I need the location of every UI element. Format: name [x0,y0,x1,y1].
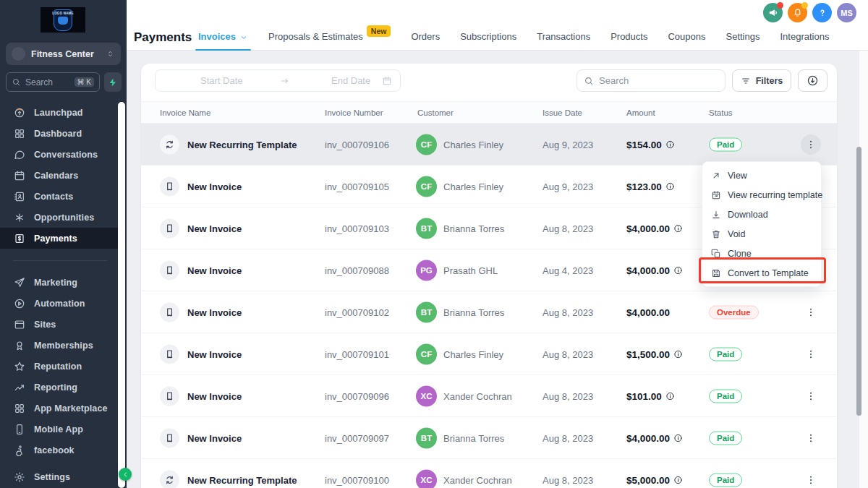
row-actions-button[interactable] [801,302,821,322]
payments-tabs: InvoicesProposals & EstimatesNewOrdersSu… [198,22,829,51]
page-title: Payments [134,30,192,45]
customer-name: Xander Cochran [443,390,512,401]
tab-invoices[interactable]: Invoices [198,22,248,51]
row-actions-button[interactable] [801,470,821,488]
sidebar-item-opportunities[interactable]: Opportunities [0,207,118,228]
arrow-right-icon [280,76,290,86]
customer-avatar: CF [416,134,437,155]
sidebar-item-settings[interactable]: Settings [0,466,118,487]
amount: $101.00 [626,390,675,401]
tab-integrations[interactable]: Integrations [780,22,829,51]
status-badge: Paid [709,137,742,151]
sidebar-item-launchpad[interactable]: Launchpad [0,102,118,123]
tab-products[interactable]: Products [610,22,647,51]
sidebar-collapse-button[interactable] [119,468,132,481]
row-actions-button[interactable] [801,428,821,448]
new-badge: New [367,25,391,37]
sidebar-item-app-marketplace[interactable]: App Marketplace [0,398,118,419]
help-button[interactable] [812,3,832,22]
date-range-picker[interactable]: Start Date End Date [155,69,401,92]
amount: $4,000.00 [626,265,683,275]
table-row[interactable]: New Invoiceinv_000709097BTBrianna Torres… [141,417,837,459]
start-date-placeholder[interactable]: Start Date [200,75,243,86]
sidebar-item-label: Conversations [34,150,98,160]
table-row[interactable]: New Invoiceinv_000709101CFCharles Finley… [141,333,837,375]
table-row[interactable]: New Recurring Templateinv_000709100XCXan… [141,459,837,488]
sidebar-item-contacts[interactable]: Contacts [0,186,118,207]
sidebar-item-dashboard[interactable]: Dashboard [0,123,118,144]
sidebar-item-label: Reputation [34,361,82,372]
end-date-placeholder[interactable]: End Date [331,75,370,86]
customer-avatar: BT [416,427,437,448]
menu-item-void[interactable]: Void [702,224,821,244]
row-actions-button[interactable] [801,134,821,155]
invoice-name: New Invoice [187,181,242,192]
invoice-doc-icon [160,302,179,322]
kebab-icon [805,348,817,360]
sidebar-item-mobile-app[interactable]: Mobile App [0,419,118,440]
invoice-doc-icon [160,176,179,196]
doc-glyph [164,181,175,192]
tab-coupons[interactable]: Coupons [668,22,705,51]
filters-button[interactable]: Filters [732,69,791,92]
issue-date: Aug 8, 2023 [542,348,593,359]
amount: $123.00 [626,181,675,192]
sidebar-search-placeholder: Search [25,77,75,87]
info-icon [665,181,675,191]
sidebar-item-automation[interactable]: Automation [0,293,118,314]
sidebar-item-marketing[interactable]: Marketing [0,272,118,293]
row-actions-button[interactable] [801,344,821,364]
download-icon [711,210,721,220]
menu-item-convert-to-template[interactable]: Convert to Template [702,263,821,283]
question-icon [817,7,828,19]
ai-spark-button[interactable] [104,72,122,92]
customer-name: Brianna Torres [443,432,504,443]
sidebar-item-label: Marketing [34,278,77,288]
tab-transactions[interactable]: Transactions [537,22,590,51]
sidebar-item-calendars[interactable]: Calendars [0,165,118,186]
chevron-up-down-icon [106,49,115,59]
announcements-button[interactable] [763,3,783,22]
sidebar-item-reporting[interactable]: Reporting [0,377,118,398]
tab-settings[interactable]: Settings [726,22,760,51]
sidebar-search[interactable]: Search ⌘ K [6,72,100,92]
automation-icon [13,297,25,309]
tab-orders[interactable]: Orders [411,22,440,51]
export-download-button[interactable] [798,69,827,92]
sidebar-item-memberships[interactable]: Memberships [0,335,118,356]
invoice-number: inv_000709100 [325,474,389,485]
invoice-search-input[interactable] [599,75,718,86]
info-icon [665,391,675,401]
sidebar-item-label: Opportunities [34,213,94,223]
sidebar-item-reputation[interactable]: Reputation [0,356,118,377]
sidebar-scrollbar[interactable] [118,102,125,488]
sidebar-item-facebook[interactable]: facebook [0,440,118,461]
column-header-customer: Customer [417,108,454,117]
tab-proposals-estimates[interactable]: Proposals & EstimatesNew [268,22,391,51]
table-row[interactable]: New Recurring Templateinv_000709106CFCha… [141,124,837,166]
sidebar-item-conversations[interactable]: Conversations [0,144,118,165]
user-avatar[interactable]: MS [837,3,856,22]
table-row[interactable]: New Invoiceinv_000709102BTBrianna Torres… [141,291,837,333]
invoice-doc-icon [160,218,179,238]
amount: $1,500.00 [626,348,683,359]
amount-value: $4,000.00 [626,265,670,275]
invoice-search[interactable] [576,69,726,92]
row-actions-button[interactable] [801,386,821,406]
menu-item-clone[interactable]: Clone [702,244,821,263]
kebab-icon [805,139,817,150]
notifications-button[interactable] [788,3,807,22]
filter-lines-icon [741,76,751,86]
menu-item-download[interactable]: Download [702,205,821,224]
spark-icon [108,77,118,87]
invoice-name: New Invoice [187,265,242,275]
account-switcher[interactable]: Fitness Center [6,43,121,65]
table-row[interactable]: New Invoiceinv_000709096XCXander Cochran… [141,375,837,417]
sidebar-item-payments[interactable]: Payments [0,228,118,249]
sidebar-item-sites[interactable]: Sites [0,314,118,335]
menu-item-view-recurring-template[interactable]: View recurring template [702,185,821,205]
menu-item-view[interactable]: View [702,166,821,185]
amount: $4,000.00 [626,432,683,443]
page-scrollbar-thumb[interactable] [856,147,861,416]
tab-subscriptions[interactable]: Subscriptions [460,22,516,51]
